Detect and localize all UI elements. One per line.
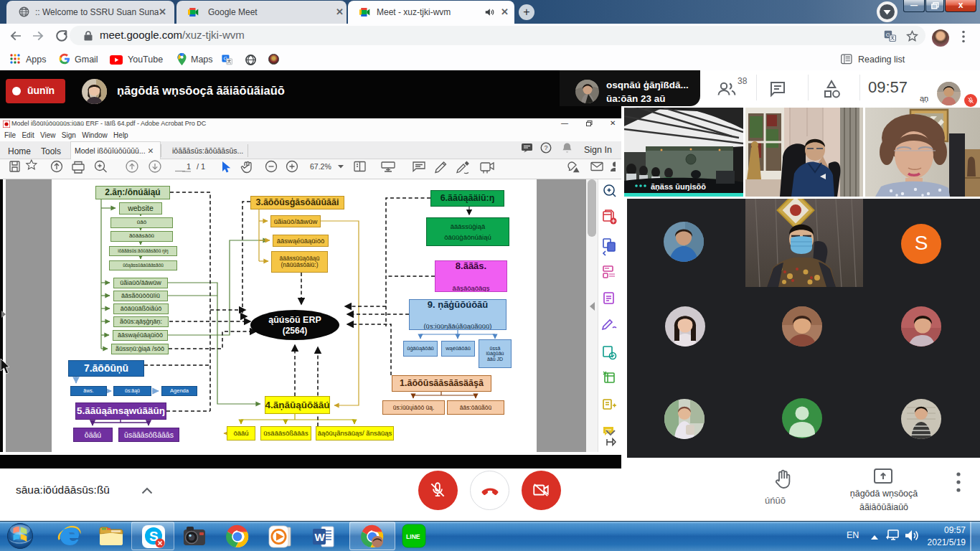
- svg-text:W: W: [315, 531, 326, 543]
- svg-text:1: 1: [187, 162, 191, 171]
- svg-text:LINE: LINE: [406, 533, 420, 540]
- svg-text:ąūúsōū ERP: ąūúsōū ERP: [268, 315, 321, 325]
- svg-text:(2564): (2564): [283, 326, 308, 336]
- svg-text:67.2%: 67.2%: [310, 162, 331, 171]
- svg-text:/ 1: / 1: [197, 162, 205, 171]
- svg-text:āņäss ūuŋisōō: āņäss ūuŋisōō: [651, 182, 706, 191]
- svg-text:?: ?: [544, 144, 547, 151]
